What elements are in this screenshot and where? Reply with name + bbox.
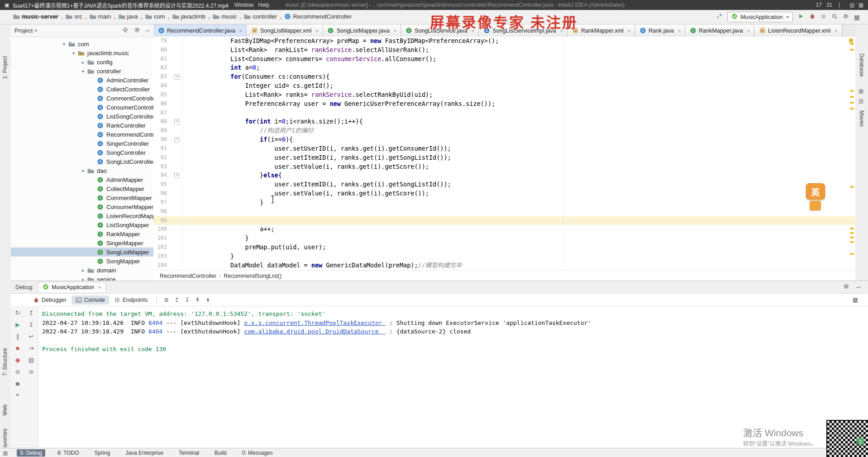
screenshot-button[interactable]: ◙	[11, 377, 24, 389]
warning-stripe-mark[interactable]	[850, 96, 854, 98]
grid-icon[interactable]: ▦	[858, 2, 863, 8]
settings-button[interactable]	[843, 13, 849, 21]
breadcrumb-item[interactable]: music-server	[13, 13, 58, 20]
close-icon[interactable]: ×	[628, 28, 630, 33]
breadcrumb-item[interactable]: CRecommendController	[284, 13, 352, 20]
breadcrumb-method[interactable]: RecommendSongList()	[224, 273, 281, 279]
warning-stripe-mark[interactable]	[850, 102, 854, 104]
warning-stripe-mark[interactable]	[850, 49, 854, 51]
chevron-right-icon[interactable]: ▸	[80, 268, 86, 273]
debug-session-tab[interactable]: MusicApplication ×	[38, 282, 105, 292]
tree-item[interactable]: ▸domain	[11, 266, 153, 275]
menu-item[interactable]: Window	[234, 2, 254, 8]
scroll-up-icon[interactable]: ↥	[174, 296, 179, 303]
resume-button[interactable]: ▶	[11, 319, 24, 330]
tree-item[interactable]: IListenRecordMapper	[11, 211, 153, 220]
tree-item[interactable]: IConsumerMapper	[11, 202, 153, 211]
tree-item[interactable]: CListSongController	[11, 112, 153, 121]
toolwindow-button[interactable]: Favorites	[2, 428, 8, 451]
fold-icon[interactable]: −	[174, 137, 180, 143]
breadcrumb-item[interactable]: java	[119, 13, 138, 20]
breadcrumb-item[interactable]: javaclimb	[172, 13, 205, 20]
chevron-down-icon[interactable]: ▾	[80, 168, 86, 173]
scroll-to-end-button[interactable]: ⇥	[24, 342, 38, 354]
tree-item[interactable]: ▸config	[11, 57, 153, 67]
tree-item[interactable]: CCommentController	[11, 94, 153, 103]
toolwindow-button[interactable]: 5: Debug	[17, 449, 45, 457]
warning-stripe-mark[interactable]	[850, 186, 854, 188]
fold-icon[interactable]: −	[174, 173, 180, 178]
warning-stripe-mark[interactable]	[850, 43, 854, 45]
page-down-icon[interactable]: ⇟	[205, 296, 210, 303]
scroll-down-icon[interactable]: ↧	[185, 296, 190, 303]
close-icon[interactable]: ×	[394, 28, 396, 33]
soft-wrap-button[interactable]: ↩	[24, 330, 38, 342]
toolwindow-button[interactable]: Build	[211, 449, 230, 457]
tree-item[interactable]: CSongListController	[11, 157, 153, 166]
run-button[interactable]	[798, 13, 804, 21]
tree-item[interactable]: CCollectController	[11, 85, 153, 94]
search-button[interactable]	[831, 13, 838, 21]
chevron-down-icon[interactable]: ▾	[34, 28, 37, 33]
settings-gear-icon[interactable]	[843, 283, 849, 291]
clear-all-button[interactable]: ⊘	[24, 366, 38, 377]
editor-code-area[interactable]: 79 FastByIDMap<PreferenceArray> preMap =…	[153, 37, 855, 270]
toolwindow-button[interactable]: 7: Structure	[2, 348, 8, 376]
locate-icon[interactable]	[122, 27, 129, 34]
run-config-select[interactable]: MusicApplication ▾	[727, 12, 793, 22]
debug-tab[interactable]: Console	[72, 295, 109, 305]
page-up-icon[interactable]: ⇞	[195, 296, 200, 303]
menu-item[interactable]: Help	[258, 2, 269, 8]
toolwindow-button[interactable]: Spring	[91, 449, 114, 457]
warning-stripe-mark[interactable]	[850, 228, 854, 229]
breadcrumb-item[interactable]: src	[66, 13, 82, 20]
toolwindow-button[interactable]: 6: TODO	[54, 449, 82, 457]
toolwindow-button[interactable]: Maven	[858, 110, 865, 127]
editor-tab[interactable]: </>ListenRecordMapper.xml×	[754, 24, 842, 37]
pin-button[interactable]: ⌖	[11, 389, 24, 401]
breadcrumb-class[interactable]: RecommendController	[160, 273, 216, 279]
chevron-down-icon[interactable]: ▾	[70, 51, 77, 56]
chevron-right-icon[interactable]: ▸	[80, 60, 86, 65]
tree-item[interactable]: CRecommendController	[11, 130, 153, 139]
tree-item[interactable]: ISingerMapper	[11, 238, 153, 248]
warning-stripe-mark[interactable]	[850, 241, 854, 243]
editor-tab[interactable]: IRankMapper.java×	[685, 24, 754, 37]
chevron-down-icon[interactable]: ▾	[61, 42, 67, 47]
close-icon[interactable]: ×	[835, 28, 837, 33]
tree-item[interactable]: CSingerController	[11, 139, 153, 148]
toolwindow-button[interactable]: Terminal	[176, 449, 202, 457]
layout-settings-icon[interactable]: ▦	[853, 296, 865, 303]
toolwindow-button[interactable]: Web	[2, 405, 8, 415]
fold-icon[interactable]: −	[174, 74, 180, 80]
layout-button[interactable]: ▦	[854, 14, 860, 21]
warning-stripe-mark[interactable]	[850, 232, 854, 234]
print-button[interactable]: ▤	[24, 354, 38, 366]
tree-item[interactable]: CAdminController	[11, 76, 153, 85]
breadcrumb-item[interactable]: com	[145, 13, 165, 20]
toolwindow-button[interactable]: Java Enterprise	[122, 449, 166, 457]
tree-item[interactable]: CRankController	[11, 121, 153, 130]
debug-tab[interactable]: Endpoints	[110, 295, 152, 305]
breadcrumb-item[interactable]: controller	[244, 13, 277, 20]
editor-tab[interactable]: CRecommendController.java×	[153, 24, 247, 37]
tool-icon[interactable]: ▧	[858, 98, 863, 104]
chevron-right-icon[interactable]: ▸	[80, 277, 86, 281]
editor-tab[interactable]: CRank.java×	[635, 24, 685, 37]
tree-item[interactable]: CSongController	[11, 148, 153, 157]
view-breakpoints-button[interactable]: ◉	[11, 354, 24, 366]
tree-item[interactable]: ICollectMapper	[11, 184, 153, 193]
pause-button[interactable]: ∥	[11, 330, 24, 342]
toolwindow-switcher-icon[interactable]: ▦	[3, 450, 8, 456]
stop-button[interactable]	[820, 14, 826, 21]
tree-item[interactable]: ▾controller	[11, 67, 153, 76]
tree-item[interactable]: IListSongMapper	[11, 220, 153, 229]
warning-stripe-mark[interactable]	[850, 237, 854, 238]
tool-icon[interactable]: ▦	[858, 88, 863, 94]
rerun-button[interactable]: ↻	[11, 307, 24, 319]
hide-panel-icon[interactable]: ─	[857, 284, 861, 290]
mute-breakpoints-button[interactable]: ⊘	[11, 366, 24, 377]
tree-item[interactable]: ISongListMapper	[11, 248, 153, 257]
tree-item[interactable]: IAdminMapper	[11, 175, 153, 184]
settings-menu-icon[interactable]: ≣	[164, 296, 169, 303]
